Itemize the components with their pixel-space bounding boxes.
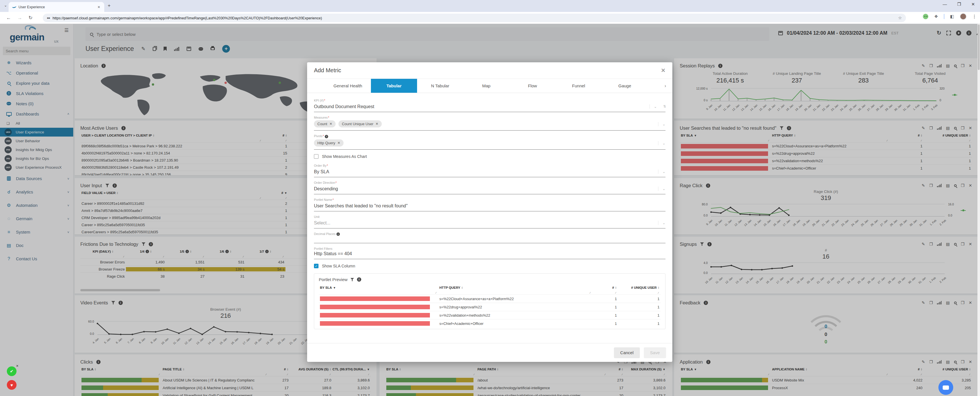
resize-grip[interactable]: ∕∕ bbox=[618, 291, 661, 294]
tab-close-icon[interactable]: ✕ bbox=[96, 5, 102, 9]
profile-avatar[interactable] bbox=[960, 13, 967, 20]
window-close-button[interactable]: ✕ bbox=[971, 2, 975, 7]
sort-icon[interactable]: ▲▼ bbox=[615, 286, 617, 289]
measures-field[interactable]: Measures Count✕Count Unique User✕⌄ bbox=[314, 116, 665, 131]
chevron-down-icon[interactable]: ⌄ bbox=[658, 221, 665, 225]
table-row[interactable]: s=Chief+Academic+Officer11 bbox=[319, 319, 661, 328]
sort-icon[interactable]: ▲▼ bbox=[657, 286, 660, 289]
tab-n-tabular[interactable]: N Tabular bbox=[417, 79, 463, 93]
site-info-icon[interactable]: ●● bbox=[47, 16, 50, 20]
table-row[interactable]: s=%22validation+methods%2211 bbox=[319, 311, 661, 319]
close-icon[interactable]: ✕ bbox=[661, 67, 665, 74]
sort-desc-icon[interactable]: ▼ bbox=[333, 286, 336, 289]
url-bar[interactable]: ●● https://paemsef.cloud.germainapm.com/… bbox=[43, 14, 906, 22]
chip-remove-icon[interactable]: ✕ bbox=[375, 122, 378, 126]
chip-label: Http Query bbox=[317, 141, 335, 145]
dismiss-widget-icon[interactable]: ✕ bbox=[16, 364, 19, 368]
table-cell bbox=[319, 313, 438, 317]
checkbox-unchecked[interactable] bbox=[314, 154, 318, 159]
tab-title: User Experience bbox=[19, 5, 96, 9]
tab-tabular[interactable]: Tabular bbox=[371, 79, 417, 93]
approve-widget-button[interactable]: ✔ bbox=[7, 366, 16, 376]
kpi-value: Outbound Document Request bbox=[314, 104, 374, 109]
chevron-down-icon[interactable]: ⌄ bbox=[658, 169, 665, 174]
pivots-field[interactable]: Pivots i Http Query✕⌄ bbox=[314, 134, 665, 150]
chip-http-query[interactable]: Http Query✕ bbox=[314, 139, 344, 147]
table-header: BY SLA▼HTTP QUERY▲▼#▲▼# UNIQUE USER▲▼ bbox=[319, 284, 661, 291]
info-icon[interactable]: i bbox=[336, 233, 340, 236]
browser-menu-icon[interactable]: ⋮ bbox=[972, 14, 977, 19]
column-header-unique-user[interactable]: # UNIQUE USER▲▼ bbox=[618, 286, 661, 289]
table-cell bbox=[319, 296, 438, 301]
table-row[interactable]: s=%22drug+approval%2211 bbox=[319, 303, 661, 311]
show-sla-checkbox-row[interactable]: ✓ Show SLA Column bbox=[314, 264, 665, 268]
column-header-http-query[interactable]: HTTP QUERY▲▼ bbox=[438, 286, 592, 289]
column-label: # bbox=[612, 286, 614, 289]
chip-remove-icon[interactable]: ✕ bbox=[329, 122, 332, 126]
resize-grip[interactable]: ∕∕ bbox=[592, 291, 618, 294]
table-row[interactable]: s=%22Cloud+Assurance+as+a+Platform%2211 bbox=[319, 295, 661, 303]
extension-icon[interactable] bbox=[923, 14, 928, 19]
table-cell: s=%22Cloud+Assurance+as+a+Platform%22 bbox=[438, 297, 592, 301]
table-cell: 1 bbox=[618, 297, 661, 301]
order-direction-field[interactable]: Order Direction Descending ⌄ bbox=[314, 181, 665, 194]
table-cell bbox=[319, 321, 438, 326]
sort-icon[interactable]: ▲▼ bbox=[461, 286, 463, 289]
decimal-places-field[interactable]: Decimal Places i bbox=[314, 232, 665, 244]
info-icon[interactable]: i bbox=[325, 135, 328, 138]
tab-general-health[interactable]: General Health bbox=[325, 79, 371, 93]
forward-icon[interactable]: → bbox=[18, 15, 22, 21]
chevron-down-icon[interactable]: ⌄ bbox=[658, 122, 665, 126]
resize-grip[interactable]: ∕∕ bbox=[438, 291, 592, 294]
column-header-[interactable]: #▲▼ bbox=[592, 286, 618, 289]
tab-flow[interactable]: Flow bbox=[509, 79, 555, 93]
chat-fab[interactable] bbox=[939, 380, 953, 395]
heart-widget-button[interactable]: ♥ bbox=[7, 380, 16, 390]
new-tab-button[interactable]: + bbox=[108, 3, 111, 8]
table-cell: 1 bbox=[592, 313, 618, 317]
sort-icon[interactable]: ⇅ bbox=[663, 105, 666, 108]
resize-grip[interactable]: ∕∕ bbox=[319, 291, 438, 294]
tab-search-chevron-icon[interactable]: ⌄ bbox=[4, 3, 7, 7]
chevron-down-icon[interactable]: ⌄ bbox=[658, 141, 665, 146]
sla-bar bbox=[320, 313, 436, 317]
table-cell: 1 bbox=[592, 305, 618, 309]
show-measures-checkbox-row[interactable]: Show Measures As Chart bbox=[314, 154, 665, 159]
chip-label: Count bbox=[317, 122, 327, 126]
reload-icon[interactable]: ↻ bbox=[29, 15, 32, 21]
window-restore-button[interactable]: ❐ bbox=[957, 2, 961, 7]
save-button[interactable]: Save bbox=[644, 347, 666, 358]
chip-count-unique-user[interactable]: Count Unique User✕ bbox=[339, 120, 382, 127]
filter-icon[interactable] bbox=[350, 278, 354, 281]
back-icon[interactable]: ← bbox=[6, 15, 11, 21]
side-panel-icon[interactable]: ◧ bbox=[950, 14, 954, 19]
chevron-down-icon[interactable]: ⌄ bbox=[649, 105, 657, 109]
kpi-field[interactable]: KPI (#) Outbound Document Request ⌄ ⇅ bbox=[314, 99, 665, 112]
tab-funnel[interactable]: Funnel bbox=[555, 79, 602, 93]
chip-remove-icon[interactable]: ✕ bbox=[337, 141, 340, 145]
add-metric-modal: Add Metric ✕ General HealthTabularN Tabu… bbox=[307, 62, 672, 362]
chip-count[interactable]: Count✕ bbox=[314, 120, 336, 127]
portlet-filters-field[interactable]: Portlet Filters Http Status == 404 bbox=[314, 247, 665, 259]
extensions-puzzle-icon[interactable]: ❖ bbox=[934, 14, 938, 19]
chevron-down-icon[interactable]: ⌄ bbox=[658, 187, 665, 191]
chat-icon bbox=[943, 385, 949, 390]
window-minimize-button[interactable]: — bbox=[943, 2, 947, 7]
column-label: BY SLA bbox=[320, 286, 332, 289]
unit-field[interactable]: Unit Select... ⌄ bbox=[314, 215, 665, 228]
table-cell: 1 bbox=[618, 313, 661, 317]
portlet-name-field[interactable]: Portlet Name User Searches that leaded t… bbox=[314, 198, 665, 211]
sla-bar bbox=[320, 305, 436, 309]
order-by-field[interactable]: Order By By SLA ⌄ bbox=[314, 164, 665, 177]
tab-map[interactable]: Map bbox=[463, 79, 509, 93]
bookmark-star-icon[interactable]: ☆ bbox=[898, 15, 902, 21]
portlet-preview: Portlet Preview i BY SLA▼HTTP QUERY▲▼#▲▼… bbox=[314, 273, 665, 329]
column-header-by-sla[interactable]: BY SLA▼ bbox=[319, 286, 438, 289]
browser-tab[interactable]: User Experience ✕ bbox=[8, 2, 104, 12]
checkbox-checked[interactable]: ✓ bbox=[314, 264, 318, 268]
tab-gauge[interactable]: Gauge bbox=[602, 79, 648, 93]
info-icon[interactable]: i bbox=[357, 277, 361, 282]
cancel-button[interactable]: Cancel bbox=[614, 347, 640, 358]
page-scrollbar[interactable] bbox=[977, 24, 980, 396]
tabs-overflow-chevron-icon[interactable]: › bbox=[665, 79, 666, 93]
